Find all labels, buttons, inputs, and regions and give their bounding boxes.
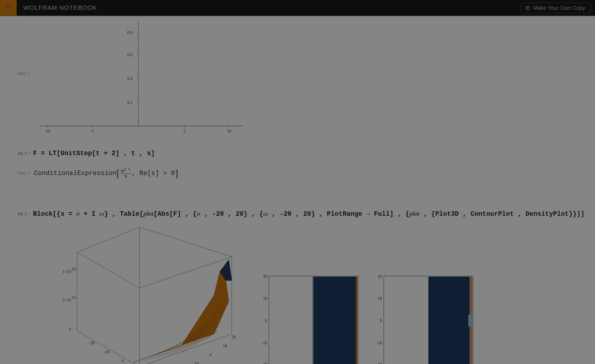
make-copy-button[interactable]: Make Your Own Copy (521, 3, 591, 13)
svg-text:20: 20 (263, 274, 267, 279)
code-seg: + I (80, 210, 99, 218)
input-code-2: Block[{s = σ + I ω} , Table[plot[Abs[F] … (33, 210, 585, 218)
cond-expr-text: ConditionalExpression (34, 170, 116, 177)
input-cell-2[interactable]: In[ ]:= Block[{s = σ + I ω} , Table[plot… (18, 210, 585, 218)
svg-text:15: 15 (72, 295, 76, 300)
input-cell-1[interactable]: In[ ]:= F = LT[UnitStep[t + 2] , t , s] (18, 150, 155, 157)
svg-rect-46 (356, 277, 358, 364)
output-plot-2d-axes[interactable]: 0.2 0.4 0.6 0.8 -10 -5 5 10 (31, 16, 245, 135)
svg-text:-20: -20 (262, 362, 267, 364)
svg-line-25 (157, 338, 205, 358)
ytick: 0.6 (127, 53, 133, 57)
svg-text:0: 0 (122, 359, 124, 363)
svg-text:0: 0 (209, 353, 212, 357)
svg-text:-10: -10 (193, 362, 199, 364)
wolfram-spikey-icon (3, 3, 13, 13)
code-seg: Block[{s = (33, 210, 76, 218)
sigma-symbol: σ (197, 210, 201, 217)
omega-symbol: ω (263, 210, 268, 217)
svg-text:-10: -10 (376, 341, 382, 345)
cond-text: , Re[s] > 0 (131, 170, 175, 177)
svg-text:10: 10 (223, 344, 227, 348)
xtick: 5 (184, 129, 186, 133)
frac-num-base: e (121, 168, 124, 174)
svg-text:-10: -10 (104, 350, 109, 354)
header-bar: WOLFRAM NOTEBOOK Make Your Own Copy (0, 0, 595, 16)
svg-line-20 (169, 316, 223, 350)
notebook-content: Out[ ]= 0.2 0.4 0.6 0.8 -10 -5 5 10 In[ (0, 16, 595, 364)
frac-den: s (123, 174, 128, 179)
frac-num-exp: 2 s (124, 167, 131, 171)
svg-line-24 (145, 341, 196, 361)
svg-rect-61 (468, 315, 472, 327)
svg-text:10: 10 (263, 296, 267, 301)
svg-text:1×10: 1×10 (62, 270, 71, 274)
code-seg: , {Plot3D , ContourPlot , DensityPlot}}]… (419, 210, 585, 218)
input-code-1: F = LT[UnitStep[t + 2] , t , s] (33, 150, 155, 157)
svg-text:0: 0 (380, 319, 382, 323)
svg-rect-47 (312, 277, 314, 364)
svg-text:0: 0 (69, 327, 71, 332)
input-label: In[ ]:= (18, 151, 31, 156)
wolfram-logo[interactable] (0, 0, 17, 16)
output-label: Out[ ]= (17, 171, 32, 176)
svg-rect-59 (428, 277, 472, 364)
svg-text:20: 20 (232, 335, 236, 339)
ytick: 0.2 (127, 100, 133, 105)
xtick: -10 (45, 129, 51, 133)
plot-symbol: plot (409, 210, 419, 217)
svg-text:16: 16 (72, 267, 76, 272)
output-label-plot1: Out[ ]= (17, 71, 32, 76)
svg-line-17 (143, 331, 217, 359)
app-title: WOLFRAM NOTEBOOK (23, 4, 97, 11)
sigma-symbol: σ (76, 210, 80, 217)
svg-text:10: 10 (378, 296, 382, 301)
omega-symbol: ω (99, 210, 104, 217)
svg-text:5×10: 5×10 (62, 298, 71, 302)
code-seg: , -20 , 20} , PlotRange → Full] , { (268, 210, 409, 218)
output-densityplot[interactable]: 20 10 0 -10 -20 -20 -10 0 10 20 (372, 273, 479, 364)
code-seg: [Abs[F] , { (154, 210, 197, 218)
svg-rect-5 (527, 7, 530, 10)
make-copy-label: Make Your Own Copy (533, 5, 585, 11)
input-label-2: In[ ]:= (18, 211, 31, 216)
svg-rect-45 (314, 277, 357, 364)
svg-text:20: 20 (378, 274, 382, 279)
plot-symbol: plot (143, 210, 154, 217)
code-seg: , -20 , 20} , { (200, 210, 263, 218)
ytick: 0.4 (127, 76, 133, 81)
svg-text:-20: -20 (376, 362, 382, 364)
xtick: -5 (90, 129, 94, 133)
output-plots-row: Out[ ]= { (17, 221, 487, 364)
svg-text:-10: -10 (262, 341, 267, 345)
svg-text:-20: -20 (89, 341, 95, 345)
output-cell-1[interactable]: Out[ ]= ConditionalExpression[e2 ss, Re[… (17, 168, 178, 179)
output-code-1: ConditionalExpression[e2 ss, Re[s] > 0] (34, 168, 178, 179)
output-contourplot[interactable]: 20 10 0 -10 -20 -20 -10 0 10 20 (257, 273, 364, 364)
svg-text:0: 0 (265, 319, 267, 323)
xtick: 10 (227, 129, 231, 133)
output-plot3d[interactable]: 0 5×1015 1×1016 -20 -10 0 10 20 20 10 0 … (41, 221, 250, 364)
copy-icon (525, 5, 530, 11)
ytick: 0.8 (127, 30, 133, 35)
code-seg: } , Table[ (104, 210, 143, 218)
